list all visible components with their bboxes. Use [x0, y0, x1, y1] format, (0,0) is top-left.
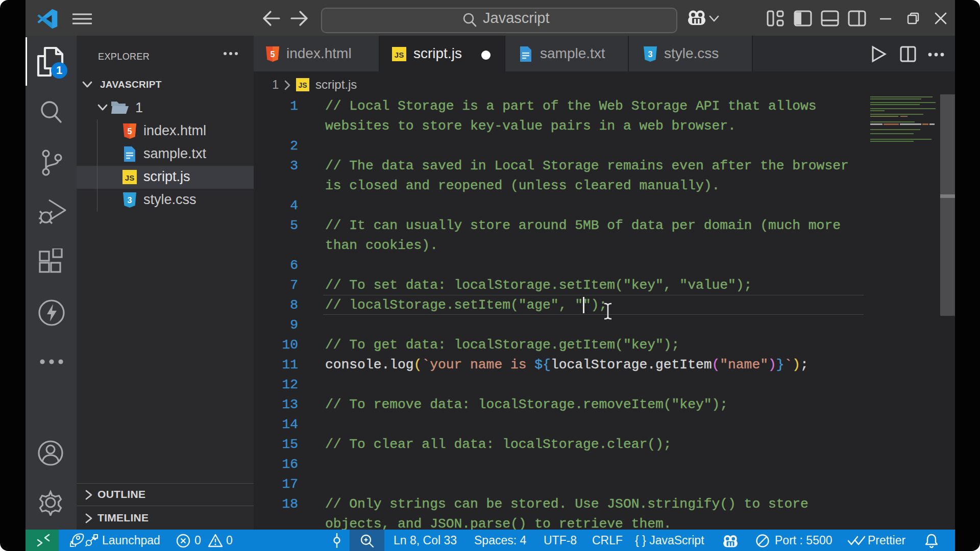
svg-text:3: 3 [648, 50, 653, 59]
svg-text:3: 3 [128, 196, 132, 205]
svg-text:JS: JS [125, 173, 134, 182]
svg-text:JS: JS [298, 81, 307, 89]
svg-text:5: 5 [271, 50, 275, 59]
svg-text:1: 1 [56, 64, 62, 77]
svg-text:5: 5 [128, 127, 132, 136]
svg-text:JS: JS [395, 51, 404, 59]
